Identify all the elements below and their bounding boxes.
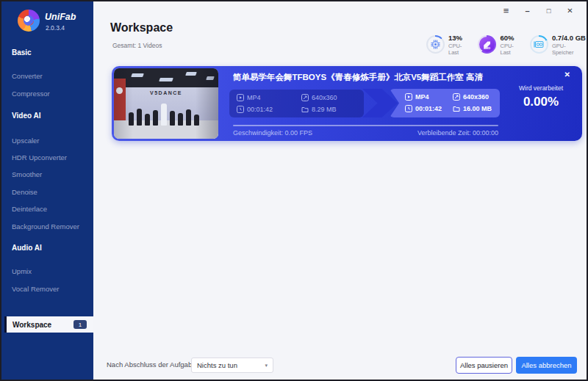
resolution-icon	[453, 93, 460, 101]
sidebar-item-denoise[interactable]: Denoise	[12, 188, 37, 196]
amd-usage-ring: AMD	[478, 35, 496, 54]
source-format: MP4	[237, 93, 261, 102]
resource-indicators: 13% CPU-Last AMD 60% CPU-Last	[426, 34, 587, 56]
sidebar-item-upmix[interactable]: Upmix	[12, 267, 32, 275]
cpu-usage-value: 13%	[448, 34, 471, 43]
video-thumbnail: V5DANCE	[114, 68, 218, 139]
sidebar-item-compressor[interactable]: Compressor	[12, 90, 50, 98]
conversion-arrow-icon	[362, 89, 398, 117]
filesize-icon	[453, 105, 460, 112]
unifab-window: UniFab 2.0.3.4 Basic Converter Compresso…	[0, 0, 588, 381]
cpu-usage-ring	[426, 35, 445, 54]
progress-track	[233, 125, 498, 126]
target-info-panel: MP4 640x360 00:01:42 16.00 MB	[390, 89, 500, 117]
duration-icon	[405, 105, 412, 112]
task-card: V5DANCE 简单易学年会舞TFBOYS《青春修炼手册》北京V5舞蹈工作室 高…	[112, 66, 582, 141]
app-version: 2.0.3.4	[46, 24, 65, 32]
task-close-button[interactable]: ✕	[564, 70, 570, 79]
gpu-icon	[534, 40, 544, 49]
cpu-usage-label: CPU-Last	[448, 43, 471, 56]
cancel-all-button[interactable]: Alles abbrechen	[516, 357, 577, 374]
window-controls: ≡ – □ ✕	[501, 5, 575, 17]
progress-percentage: 0.00%	[507, 95, 575, 109]
task-title: 简单易学年会舞TFBOYS《青春修炼手册》北京V5舞蹈工作室 高清	[233, 72, 567, 83]
sidebar-section-video-ai: Video AI	[12, 112, 40, 120]
cpu-usage-indicator: 13% CPU-Last	[426, 34, 471, 56]
amd-usage-indicator: AMD 60% CPU-Last	[478, 34, 523, 56]
cpu-icon	[431, 40, 440, 49]
amd-usage-label: CPU-Last	[500, 43, 523, 56]
chevron-down-icon: ▾	[265, 363, 268, 369]
sidebar-section-basic: Basic	[12, 48, 32, 57]
gpu-memory-ring	[530, 35, 548, 54]
sidebar-item-background-remover[interactable]: Background Remover	[12, 222, 79, 231]
gpu-memory-indicator: 0.7/4.0 GB GPU-Speicher	[530, 34, 587, 56]
sidebar-item-upscaler[interactable]: Upscaler	[12, 137, 40, 145]
after-task-select[interactable]: Nichts zu tun ▾	[191, 358, 273, 373]
pause-all-button[interactable]: Alles pausieren	[456, 357, 512, 374]
target-size: 16.00 MB	[453, 104, 492, 113]
page-title: Workspace	[110, 21, 173, 35]
duration-icon	[237, 106, 244, 113]
sidebar-item-workspace[interactable]: Workspace 1	[4, 316, 93, 333]
target-format: MP4	[405, 92, 429, 101]
workspace-label: Workspace	[12, 321, 51, 329]
source-info-panel: MP4 640x360 00:01:42 8.29 MB	[229, 90, 364, 117]
gpu-memory-label: GPU-Speicher	[552, 43, 587, 56]
sidebar-item-deinterlace[interactable]: Deinterlace	[12, 205, 47, 213]
minimize-button[interactable]: –	[523, 5, 532, 17]
svg-text:AMD: AMD	[484, 46, 490, 50]
after-task-label: Nach Abschluss der Aufgabe:	[107, 360, 198, 369]
speed-text: Geschwindigkeit: 0.00 FPS	[233, 129, 312, 137]
selected-option: Nichts zu tun	[197, 361, 237, 369]
source-size: 8.29 MB	[301, 105, 337, 114]
amd-icon: AMD	[481, 39, 492, 50]
sidebar-section-audio-ai: Audio AI	[12, 244, 42, 252]
close-window-button[interactable]: ✕	[565, 5, 575, 17]
filesize-icon	[301, 106, 309, 113]
target-resolution: 640x360	[453, 92, 489, 101]
workspace-count-badge: 1	[74, 320, 87, 329]
sidebar-item-vocal-remover[interactable]: Vocal Remover	[12, 285, 59, 293]
total-videos-text: Gesamt: 1 Videos	[112, 42, 162, 49]
sidebar-item-hdr-upconverter[interactable]: HDR Upconverter	[12, 153, 67, 162]
sidebar: UniFab 2.0.3.4 Basic Converter Compresso…	[1, 1, 93, 380]
gpu-memory-value: 0.7/4.0 GB	[552, 34, 587, 43]
play-icon	[405, 93, 412, 101]
app-name: UniFab	[45, 12, 76, 22]
source-resolution: 640x360	[301, 93, 337, 102]
unifab-logo-icon	[18, 10, 40, 32]
maximize-button[interactable]: □	[544, 5, 553, 17]
amd-usage-value: 60%	[500, 34, 523, 43]
menu-icon[interactable]: ≡	[501, 5, 511, 17]
processing-status-label: Wird verarbeitet	[507, 84, 575, 92]
play-icon	[237, 94, 244, 101]
sidebar-item-converter[interactable]: Converter	[12, 72, 43, 80]
sidebar-item-smoother[interactable]: Smoother	[12, 170, 42, 178]
remaining-time-text: Verbleibende Zeit: 00:00:00	[381, 129, 498, 137]
target-duration: 00:01:42	[405, 104, 442, 113]
resolution-icon	[301, 94, 309, 101]
source-duration: 00:01:42	[237, 105, 273, 114]
